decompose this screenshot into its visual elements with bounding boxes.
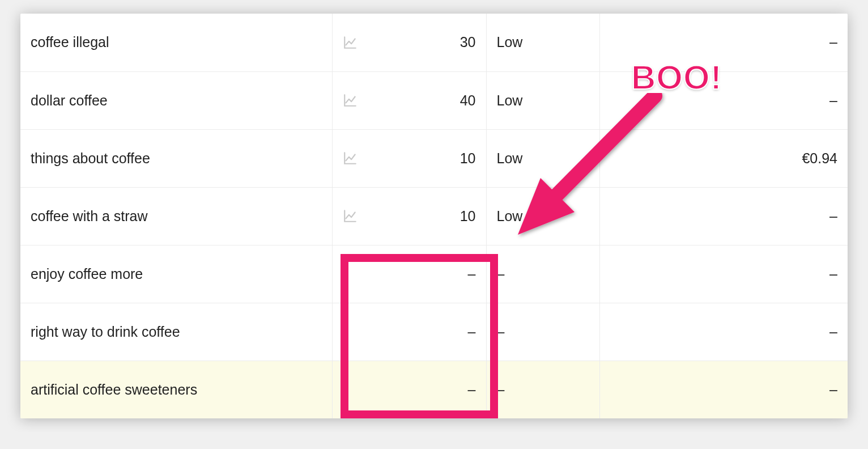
volume-value: –: [468, 382, 476, 398]
trend-chart-icon: [343, 382, 358, 397]
table-row[interactable]: coffee illegal30Low–: [20, 14, 848, 71]
table-row[interactable]: right way to drink coffee–––: [20, 303, 848, 361]
keyword-text: artificial coffee sweeteners: [31, 382, 197, 397]
table-row[interactable]: things about coffee10Low€0.94: [20, 129, 848, 187]
competition-value: –: [497, 382, 505, 397]
trend-chart-icon[interactable]: [343, 35, 358, 50]
table-row[interactable]: enjoy coffee more–––: [20, 245, 848, 303]
bid-value: –: [829, 382, 837, 397]
table-row[interactable]: dollar coffee40Low–: [20, 71, 848, 129]
keyword-text: dollar coffee: [31, 92, 108, 108]
keyword-text: enjoy coffee more: [31, 266, 143, 282]
volume-value: 30: [460, 34, 476, 50]
keyword-text: coffee with a straw: [31, 208, 148, 224]
bid-value: –: [829, 324, 837, 340]
bid-value: –: [829, 266, 837, 282]
trend-chart-icon[interactable]: [343, 209, 358, 223]
volume-value: 40: [460, 92, 476, 109]
bid-value: –: [829, 92, 837, 108]
trend-chart-icon[interactable]: [343, 151, 358, 166]
competition-value: Low: [497, 208, 523, 224]
volume-value: 10: [460, 150, 476, 167]
competition-value: Low: [497, 150, 523, 166]
bid-value: –: [829, 208, 837, 224]
competition-value: –: [497, 266, 505, 282]
volume-value: 10: [460, 208, 476, 224]
keyword-text: things about coffee: [31, 150, 150, 166]
keyword-table-panel: coffee illegal30Low–dollar coffee40Low–t…: [20, 14, 848, 418]
volume-value: –: [468, 266, 476, 282]
volume-value: –: [468, 324, 476, 340]
keyword-text: coffee illegal: [31, 34, 109, 50]
trend-chart-icon: [343, 324, 358, 339]
table-row[interactable]: artificial coffee sweeteners–––: [20, 361, 848, 418]
trend-chart-icon[interactable]: [343, 93, 358, 108]
trend-chart-icon: [343, 266, 358, 281]
competition-value: –: [497, 324, 505, 340]
bid-value: €0.94: [802, 150, 837, 166]
keyword-text: right way to drink coffee: [31, 324, 180, 340]
keyword-table: coffee illegal30Low–dollar coffee40Low–t…: [20, 14, 848, 418]
competition-value: Low: [497, 34, 523, 50]
table-row[interactable]: coffee with a straw10Low–: [20, 187, 848, 245]
bid-value: –: [829, 34, 837, 50]
competition-value: Low: [497, 92, 523, 108]
